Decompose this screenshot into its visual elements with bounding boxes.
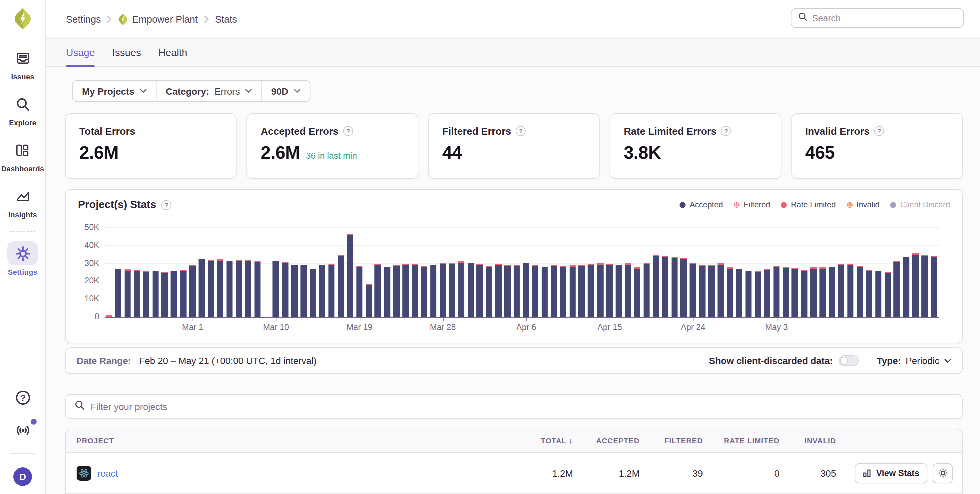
chart-bar[interactable]: [699, 265, 706, 317]
help-icon[interactable]: ?: [14, 389, 31, 409]
chart-bar[interactable]: [412, 264, 418, 317]
chart-bar[interactable]: [291, 265, 298, 317]
chart-bar[interactable]: [857, 266, 863, 317]
chart-bar[interactable]: [440, 263, 446, 317]
chart-bar[interactable]: [106, 316, 112, 317]
chart-bar[interactable]: [560, 266, 566, 317]
chart-bar[interactable]: [532, 265, 539, 318]
chart-bar[interactable]: [671, 257, 678, 317]
col-accepted[interactable]: ACCEPTED: [576, 437, 642, 445]
chart-bar[interactable]: [634, 267, 641, 317]
chart-bar[interactable]: [885, 272, 891, 317]
chart-bar[interactable]: [208, 260, 214, 318]
chart-bar[interactable]: [746, 271, 752, 317]
chart-bar[interactable]: [848, 264, 854, 317]
chart-bar[interactable]: [662, 257, 668, 317]
chart-bar[interactable]: [625, 264, 631, 317]
chart-bar[interactable]: [773, 266, 780, 317]
chart-bar[interactable]: [449, 263, 455, 317]
breadcrumb-settings[interactable]: Settings: [66, 14, 101, 24]
view-stats-button[interactable]: View Stats: [855, 463, 928, 483]
help-icon[interactable]: ?: [343, 126, 353, 136]
legend-item-filtered[interactable]: Filtered: [733, 200, 770, 209]
chart-bar[interactable]: [301, 265, 307, 317]
chart-bar[interactable]: [189, 265, 196, 317]
search-input[interactable]: [812, 13, 957, 23]
chart-bar[interactable]: [134, 270, 140, 318]
chart-bar[interactable]: [319, 265, 325, 317]
legend-item-rate-limited[interactable]: Rate Limited: [781, 200, 836, 209]
sidebar-item-settings[interactable]: Settings: [7, 241, 38, 276]
tab-health[interactable]: Health: [158, 39, 187, 66]
sidebar-item-insights[interactable]: Insights: [7, 184, 38, 219]
chart-bar[interactable]: [366, 284, 372, 317]
chart-bar[interactable]: [143, 271, 149, 317]
chart-bar[interactable]: [495, 264, 502, 317]
chart-bar[interactable]: [171, 271, 177, 317]
chart-bar[interactable]: [523, 262, 529, 317]
col-total[interactable]: TOTAL↓: [512, 436, 576, 445]
chart-bar[interactable]: [903, 257, 909, 317]
sidebar-item-explore[interactable]: Explore: [7, 92, 38, 127]
col-filtered[interactable]: FILTERED: [642, 437, 706, 445]
chart-bar[interactable]: [597, 264, 604, 317]
chart-bar[interactable]: [921, 255, 928, 317]
date-period-selector[interactable]: 90D: [261, 81, 309, 101]
category-selector[interactable]: Category: Errors: [156, 81, 261, 101]
empower-plant-logo[interactable]: [13, 7, 32, 33]
chart-bar[interactable]: [282, 262, 288, 317]
chart-bar[interactable]: [467, 262, 474, 317]
chart-bar[interactable]: [124, 269, 131, 317]
chart-bar[interactable]: [801, 270, 807, 318]
chart-bar[interactable]: [393, 265, 399, 317]
chart-bar[interactable]: [931, 257, 937, 317]
chart-bar[interactable]: [430, 265, 437, 317]
help-icon[interactable]: ?: [162, 200, 172, 210]
chart-bar[interactable]: [162, 272, 168, 317]
legend-item-accepted[interactable]: Accepted: [679, 200, 723, 209]
chart-bar[interactable]: [579, 265, 585, 317]
project-link[interactable]: react: [97, 468, 118, 478]
legend-item-invalid[interactable]: Invalid: [846, 200, 880, 209]
chart-bar[interactable]: [912, 254, 919, 317]
chart-bar[interactable]: [375, 265, 381, 317]
chart-bar[interactable]: [199, 259, 205, 317]
chart-bar[interactable]: [347, 234, 353, 317]
chart-bar[interactable]: [226, 261, 233, 317]
project-settings-button[interactable]: [933, 463, 953, 483]
project-filter-input[interactable]: [91, 401, 953, 412]
global-search[interactable]: [791, 8, 964, 28]
chart-bar[interactable]: [819, 267, 826, 317]
sidebar-item-dashboards[interactable]: Dashboards: [1, 138, 44, 173]
chart-bar[interactable]: [180, 270, 186, 318]
chart-bar[interactable]: [838, 265, 845, 317]
chart-bar[interactable]: [644, 263, 650, 317]
chart-bar[interactable]: [606, 265, 612, 317]
chart-bar[interactable]: [328, 264, 335, 317]
chart-bar[interactable]: [792, 268, 798, 317]
chart-bar[interactable]: [727, 267, 733, 317]
chart-bar[interactable]: [588, 264, 594, 317]
chart-bar[interactable]: [616, 265, 622, 317]
chart-bar[interactable]: [115, 269, 122, 317]
chart-bar[interactable]: [254, 261, 261, 317]
chart-bar[interactable]: [458, 262, 465, 317]
breadcrumb-org[interactable]: Empower Plant: [118, 13, 198, 25]
chart-bar[interactable]: [875, 271, 881, 317]
chart-bar[interactable]: [718, 264, 724, 317]
chart-bar[interactable]: [477, 264, 483, 317]
broadcast-icon[interactable]: [14, 422, 32, 440]
client-discard-toggle[interactable]: [839, 355, 859, 366]
chart-bar[interactable]: [421, 266, 427, 317]
col-invalid[interactable]: INVALID: [782, 437, 839, 445]
tab-usage[interactable]: Usage: [66, 39, 95, 66]
help-icon[interactable]: ?: [874, 126, 885, 136]
legend-item-client-discard[interactable]: Client Discard: [890, 200, 950, 209]
help-icon[interactable]: ?: [515, 126, 526, 136]
chart-bar[interactable]: [217, 260, 224, 317]
chart-bar[interactable]: [356, 266, 363, 317]
tab-issues[interactable]: Issues: [112, 39, 141, 66]
chart-bar[interactable]: [550, 265, 557, 318]
chart-bar[interactable]: [866, 270, 872, 318]
chart-bar[interactable]: [384, 266, 390, 317]
